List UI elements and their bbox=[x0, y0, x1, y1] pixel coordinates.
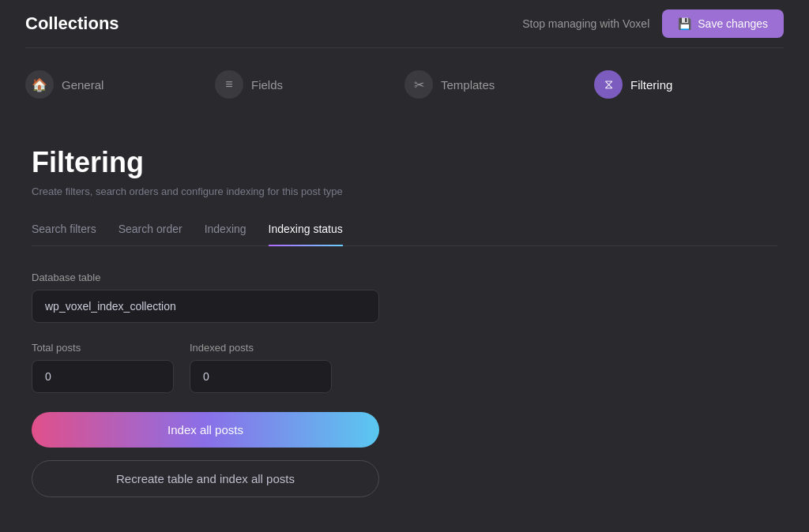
sub-tab-indexing[interactable]: Indexing bbox=[205, 223, 246, 246]
nav-tab-filtering-label: Filtering bbox=[630, 78, 672, 92]
database-table-label: Database table bbox=[32, 272, 777, 283]
indexed-posts-label: Indexed posts bbox=[190, 342, 332, 354]
sub-tab-indexing-status[interactable]: Indexing status bbox=[269, 223, 343, 246]
index-all-posts-button[interactable]: Index all posts bbox=[32, 412, 379, 448]
header-actions: Stop managing with Voxel 💾 Save changes bbox=[522, 9, 784, 38]
nav-tabs: 🏠 General ≡ Fields ✂ Templates ⧖ Filteri… bbox=[0, 48, 809, 121]
page-title: Collections bbox=[25, 13, 119, 34]
stop-managing-button[interactable]: Stop managing with Voxel bbox=[522, 17, 649, 30]
sub-tab-search-order[interactable]: Search order bbox=[119, 223, 182, 246]
nav-tab-templates-label: Templates bbox=[441, 78, 495, 92]
nav-tab-templates[interactable]: ✂ Templates bbox=[404, 61, 594, 108]
header: Collections Stop managing with Voxel 💾 S… bbox=[0, 0, 809, 47]
save-button[interactable]: 💾 Save changes bbox=[662, 9, 784, 38]
sub-tab-search-filters[interactable]: Search filters bbox=[32, 223, 96, 246]
database-table-field: Database table bbox=[32, 272, 777, 323]
total-posts-field: Total posts bbox=[32, 342, 174, 393]
filtering-icon: ⧖ bbox=[594, 70, 623, 99]
nav-tab-fields-label: Fields bbox=[251, 78, 283, 92]
templates-icon: ✂ bbox=[404, 70, 433, 99]
page-subtitle: Create filters, search orders and config… bbox=[32, 185, 777, 197]
total-posts-input bbox=[32, 360, 174, 393]
save-button-label: Save changes bbox=[698, 17, 768, 30]
indexed-posts-input bbox=[190, 360, 332, 393]
sub-tabs: Search filters Search order Indexing Ind… bbox=[32, 223, 777, 246]
total-posts-label: Total posts bbox=[32, 342, 174, 354]
nav-tab-general-label: General bbox=[62, 78, 103, 92]
page-heading: Filtering bbox=[32, 146, 777, 179]
database-table-input[interactable] bbox=[32, 290, 379, 323]
home-icon: 🏠 bbox=[25, 70, 54, 99]
save-icon: 💾 bbox=[678, 17, 691, 30]
main-content: Filtering Create filters, search orders … bbox=[0, 121, 809, 523]
posts-counts: Total posts Indexed posts bbox=[32, 342, 777, 393]
nav-tab-filtering[interactable]: ⧖ Filtering bbox=[594, 61, 784, 108]
fields-icon: ≡ bbox=[215, 70, 243, 99]
nav-tab-fields[interactable]: ≡ Fields bbox=[215, 61, 404, 108]
nav-tab-general[interactable]: 🏠 General bbox=[25, 61, 215, 108]
recreate-table-button[interactable]: Recreate table and index all posts bbox=[32, 460, 379, 497]
indexed-posts-field: Indexed posts bbox=[190, 342, 332, 393]
